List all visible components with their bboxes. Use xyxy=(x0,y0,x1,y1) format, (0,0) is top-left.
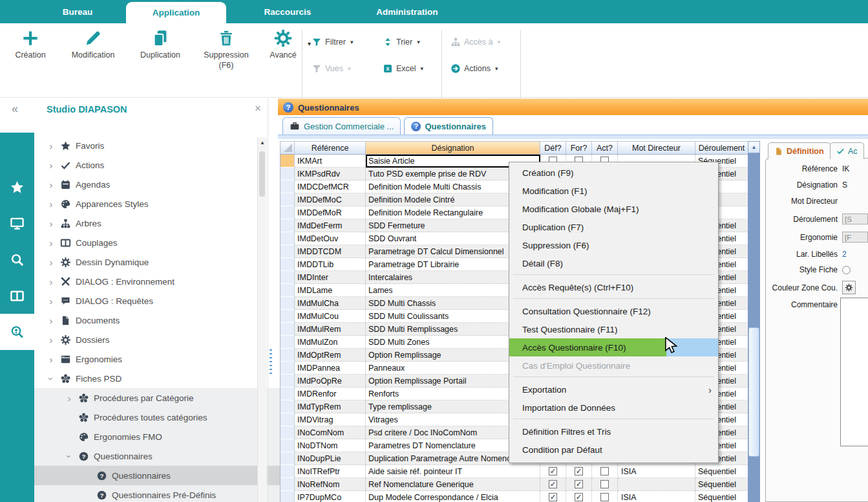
close-sidebar-button[interactable]: × xyxy=(255,102,261,115)
duplication-button[interactable]: Duplication xyxy=(128,28,193,71)
cell-mot-directeur[interactable] xyxy=(618,478,695,491)
cell-reference[interactable]: IMdDetFerm xyxy=(295,219,366,232)
cell-deroulement[interactable]: Séquentiel xyxy=(695,491,748,502)
cell-reference[interactable]: IMDLame xyxy=(295,284,366,297)
menu-item[interactable]: › xyxy=(513,376,714,378)
menu-item[interactable]: Modification (F1) › xyxy=(509,182,718,200)
checkbox[interactable] xyxy=(575,467,583,475)
menu-item[interactable]: › xyxy=(513,274,714,276)
tree-item[interactable]: Favoris xyxy=(34,136,269,155)
cell-for[interactable] xyxy=(566,491,592,502)
vues-button[interactable]: Vues ▾ xyxy=(312,63,374,74)
checkbox[interactable] xyxy=(549,467,557,475)
tab-gestion-commerciale[interactable]: Gestion Commerciale ... xyxy=(282,117,401,135)
couleur-zone-button[interactable] xyxy=(842,281,856,294)
scroll-up-button[interactable]: ▲ xyxy=(748,141,760,153)
collapse-sidebar-button[interactable]: « xyxy=(12,102,18,116)
cell-mot-directeur[interactable]: ISIA xyxy=(618,491,695,502)
menu-item[interactable]: Cas d'Emploi Questionnaire › xyxy=(509,356,718,375)
checkbox[interactable] xyxy=(600,493,609,501)
menu-item[interactable]: Accès Questionnaire (F10) › xyxy=(509,338,718,356)
cell-for[interactable] xyxy=(566,465,592,478)
cell-reference[interactable]: IMdTypRem xyxy=(295,400,366,413)
ribbon-tab[interactable]: Administration xyxy=(355,0,459,23)
row-selector[interactable] xyxy=(281,426,295,439)
cell-reference[interactable]: IP7DupMCo xyxy=(295,491,366,502)
cell-reference[interactable]: IMDPannea xyxy=(295,362,366,375)
table-scrollbar[interactable]: ▲ xyxy=(748,141,760,502)
row-selector[interactable] xyxy=(281,491,295,502)
cell-reference[interactable]: INoITRefPtr xyxy=(295,465,366,478)
column-header[interactable]: Désignation xyxy=(366,141,540,155)
tab-definition[interactable]: Définition xyxy=(768,142,831,159)
splitter-handle[interactable] xyxy=(270,349,272,374)
cell-reference[interactable]: IMDInter xyxy=(295,271,366,284)
column-header[interactable]: Référence xyxy=(295,141,366,155)
tree-item[interactable]: Arbres xyxy=(34,213,269,233)
cell-reference[interactable]: IMdMulRem xyxy=(295,323,366,336)
strip-tile[interactable] xyxy=(0,241,34,278)
chevron-icon[interactable] xyxy=(46,257,56,268)
cell-reference[interactable]: IMdMulCou xyxy=(295,310,366,323)
row-selector[interactable] xyxy=(281,387,295,400)
creation-button[interactable]: Création xyxy=(3,28,58,71)
cell-designation[interactable]: Dup Modele Correspondance / Elcia xyxy=(366,491,540,502)
menu-item[interactable]: Test Questionnaire (F11) › xyxy=(509,320,718,338)
cell-reference[interactable]: IMDVitrag xyxy=(295,413,366,426)
cell-deroulement[interactable]: Séquentiel xyxy=(695,478,748,491)
cell-mot-directeur[interactable]: ISIA xyxy=(618,465,695,478)
column-header[interactable]: Act? xyxy=(592,141,618,155)
row-selector[interactable] xyxy=(281,258,295,271)
row-selector[interactable] xyxy=(281,155,295,168)
ergonomie-input[interactable]: [F xyxy=(842,232,868,243)
menu-item[interactable]: Accès Requête(s) (Ctrl+F10) › xyxy=(509,278,718,296)
row-selector[interactable] xyxy=(281,168,295,180)
column-header[interactable]: For? xyxy=(566,141,592,155)
cell-reference[interactable]: IMDCDefMCR xyxy=(295,180,366,193)
cell-reference[interactable]: INoDTNom xyxy=(295,439,366,452)
cell-act[interactable] xyxy=(592,491,618,502)
trier-button[interactable]: Trier ▾ xyxy=(383,37,420,47)
strip-tile[interactable] xyxy=(0,205,34,241)
checkbox[interactable] xyxy=(549,480,557,488)
row-selector[interactable] xyxy=(281,413,295,426)
cell-def[interactable] xyxy=(540,465,566,478)
tree-item[interactable]: Dossiers xyxy=(34,330,269,349)
tab-questionnaires[interactable]: ? Questionnaires xyxy=(404,117,493,135)
cell-def[interactable] xyxy=(540,478,566,491)
tree-item[interactable]: DIALOG : Environnement xyxy=(34,272,269,291)
cell-designation[interactable]: Ref Nomenclature Generique xyxy=(366,478,540,491)
cell-reference[interactable]: IMDDefMoR xyxy=(295,206,366,219)
menu-item[interactable]: Duplication (F7) › xyxy=(509,218,718,236)
row-selector[interactable] xyxy=(281,245,295,258)
cell-designation[interactable]: Aide saisie réf. pointeur IT xyxy=(366,465,540,478)
cell-act[interactable] xyxy=(592,465,618,478)
checkbox[interactable] xyxy=(549,493,557,501)
column-header[interactable]: Déroulement xyxy=(695,141,748,155)
style-fiche-radio[interactable] xyxy=(842,266,851,274)
row-selector[interactable] xyxy=(281,232,295,245)
tab-actions-truncated[interactable]: Ac xyxy=(830,142,864,159)
chevron-icon[interactable] xyxy=(64,451,75,461)
chevron-icon[interactable] xyxy=(64,393,74,404)
ribbon-tab[interactable]: Bureau xyxy=(39,0,116,23)
cell-reference[interactable]: IMdMulCha xyxy=(295,297,366,310)
deroulement-input[interactable]: [S xyxy=(842,213,868,224)
strip-tile[interactable] xyxy=(0,314,34,350)
row-selector[interactable] xyxy=(281,465,295,478)
row-selector[interactable] xyxy=(281,375,295,387)
ribbon-tab[interactable]: Application xyxy=(126,2,226,23)
filtrer-button[interactable]: Filtrer ▾ xyxy=(312,37,374,47)
chevron-icon[interactable] xyxy=(46,179,56,190)
cell-reference[interactable]: IMdMulZon xyxy=(295,336,366,349)
chevron-icon[interactable] xyxy=(46,218,56,229)
tree-scrollbar-thumb[interactable] xyxy=(259,151,265,197)
cell-reference[interactable]: IMdDetOuv xyxy=(295,232,366,245)
row-selector[interactable] xyxy=(281,439,295,452)
menu-item[interactable]: › xyxy=(513,419,714,420)
cell-reference[interactable]: IKMArt xyxy=(295,155,366,168)
cell-reference[interactable]: INoDupPLie xyxy=(295,452,366,465)
row-selector[interactable] xyxy=(281,193,295,206)
avance-button[interactable]: Avancé ▾ xyxy=(260,28,306,71)
cell-reference[interactable]: IMDDTLib xyxy=(295,258,366,271)
